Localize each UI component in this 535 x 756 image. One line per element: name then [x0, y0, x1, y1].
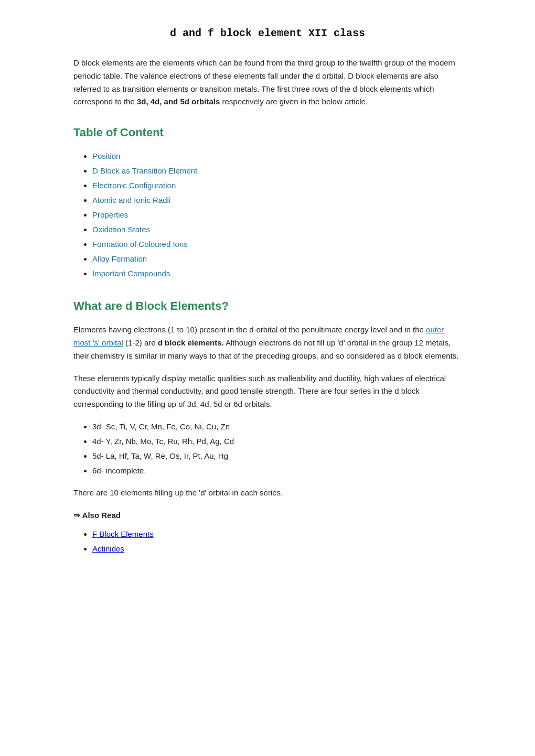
toc-heading: Table of Content: [73, 123, 462, 142]
toc-link-oxidation[interactable]: Oxidation States: [92, 225, 150, 234]
toc-link-transition[interactable]: D Block as Transition Element: [92, 166, 197, 175]
toc-link-radii[interactable]: Atomic and Ionic Radii: [92, 196, 170, 204]
toc-list: Position D Block as Transition Element E…: [73, 150, 462, 280]
toc-item-transition: D Block as Transition Element: [92, 165, 462, 177]
also-read-fblock: F Block Elements: [92, 528, 462, 541]
intro-paragraph: D block elements are the elements which …: [73, 57, 462, 109]
toc-link-position[interactable]: Position: [92, 152, 120, 160]
series-list: 3d- Sc, Ti, V, Cr, Mn, Fe, Co, Ni, Cu, Z…: [73, 420, 462, 477]
what-section-heading: What are d Block Elements?: [73, 297, 462, 315]
what-para2: These elements typically display metalli…: [73, 372, 462, 411]
toc-item-alloy: Alloy Formation: [92, 253, 462, 265]
also-read-actinides: Actinides: [92, 543, 462, 555]
toc-item-compounds: Important Compounds: [92, 267, 462, 280]
series-6d: 6d- incomplete.: [92, 465, 462, 477]
what-para1: Elements having electrons (1 to 10) pres…: [73, 323, 462, 362]
series-3d: 3d- Sc, Ti, V, Cr, Mn, Fe, Co, Ni, Cu, Z…: [92, 420, 462, 433]
toc-item-coloured: Formation of Coloured Ions: [92, 238, 462, 251]
what-para1-prefix: Elements having electrons (1 to 10) pres…: [73, 325, 426, 334]
series-4d: 4d- Y, Zr, Nb, Mo, Tc, Ru, Rh, Pd, Ag, C…: [92, 435, 462, 448]
toc-link-config[interactable]: Electronic Configuration: [92, 181, 176, 190]
intro-bold: 3d, 4d, and 5d orbitals: [137, 97, 220, 106]
page-container: d and f block element XII class D block …: [42, 0, 493, 607]
toc-item-radii: Atomic and Ionic Radii: [92, 194, 462, 207]
actinides-link[interactable]: Actinides: [92, 544, 124, 553]
toc-link-properties[interactable]: Properties: [92, 210, 128, 219]
also-read-list: F Block Elements Actinides: [73, 528, 462, 555]
fblock-link[interactable]: F Block Elements: [92, 530, 154, 538]
what-para3: There are 10 elements filling up the 'd'…: [73, 487, 462, 500]
series-5d: 5d- La, Hf, Ta, W, Re, Os, Ir, Pt, Au, H…: [92, 450, 462, 462]
toc-item-properties: Properties: [92, 209, 462, 221]
main-title: d and f block element XII class: [73, 25, 462, 42]
toc-link-compounds[interactable]: Important Compounds: [92, 269, 170, 278]
what-para1-middle: (1-2) are: [123, 338, 158, 347]
toc-link-coloured[interactable]: Formation of Coloured Ions: [92, 240, 188, 249]
also-read-heading: ⇒ Also Read: [73, 509, 462, 522]
what-para1-bold: d block elements.: [158, 338, 224, 347]
toc-link-alloy[interactable]: Alloy Formation: [92, 254, 147, 263]
toc-item-config: Electronic Configuration: [92, 179, 462, 192]
toc-item-position: Position: [92, 150, 462, 163]
intro-text-suffix: respectively are given in the below arti…: [220, 97, 368, 106]
toc-item-oxidation: Oxidation States: [92, 223, 462, 236]
